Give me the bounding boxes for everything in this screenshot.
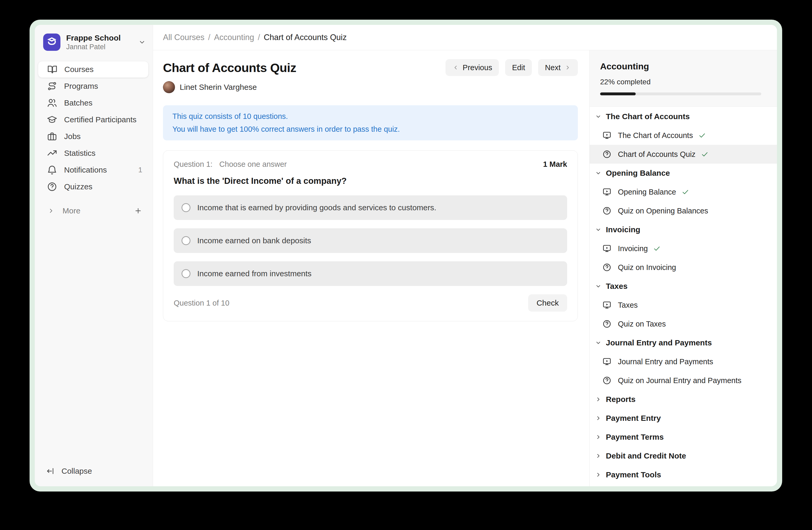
chevron-right-icon: [595, 471, 602, 478]
chapter-opening-balance[interactable]: Opening Balance: [590, 164, 777, 182]
topbar: All Courses/Accounting/Chart of Accounts…: [153, 25, 777, 50]
radio-button[interactable]: [182, 236, 190, 245]
collapse-icon: [46, 466, 55, 476]
breadcrumb-separator: /: [208, 33, 211, 42]
breadcrumb-separator: /: [258, 33, 260, 42]
lesson-title: The Chart of Accounts: [618, 131, 693, 140]
chevron-down-icon: [595, 283, 602, 290]
quiz-icon: [602, 319, 612, 329]
content-area: All Courses/Accounting/Chart of Accounts…: [153, 25, 777, 486]
sidebar-item-notifications[interactable]: Notifications 1: [38, 162, 149, 178]
help-circle-icon: [47, 181, 57, 192]
chapter-payment-tools[interactable]: Payment Tools: [590, 465, 777, 484]
previous-button[interactable]: Previous: [446, 59, 499, 76]
lesson-journal-entry-and-payments[interactable]: Journal Entry and Payments: [590, 352, 777, 371]
plus-icon[interactable]: [134, 207, 142, 215]
sidebar-item-statistics[interactable]: Statistics: [38, 145, 149, 162]
question-text: What is the 'Direct Income' of a company…: [174, 176, 567, 186]
video-lesson-icon: [602, 131, 612, 140]
sidebar-item-label: Jobs: [64, 132, 142, 141]
sidebar-item-courses[interactable]: Courses: [38, 61, 149, 78]
title-actions: Previous Edit Next: [446, 59, 578, 76]
course-header: Accounting 22% completed: [590, 50, 777, 107]
workspace-text: Frappe School Jannat Patel: [66, 33, 138, 51]
question-marks: 1 Mark: [543, 160, 567, 169]
lesson-title: Taxes: [618, 301, 638, 309]
answer-option-label: Income earned on bank deposits: [197, 236, 311, 245]
course-outline-list: The Chart of Accounts The Chart of Accou…: [590, 107, 777, 486]
workspace-switcher[interactable]: Frappe School Jannat Patel: [38, 33, 149, 51]
quiz-icon: [602, 150, 612, 159]
quiz-icon: [602, 206, 612, 215]
sidebar-item-batches[interactable]: Batches: [38, 95, 149, 111]
radio-button[interactable]: [182, 269, 190, 278]
sidebar-item-programs[interactable]: Programs: [38, 78, 149, 95]
next-label: Next: [545, 64, 561, 72]
chevron-left-icon: [452, 64, 459, 71]
answer-option[interactable]: Income that is earned by providing goods…: [174, 195, 567, 220]
question-meta: Question 1: Choose one answer 1 Mark: [174, 160, 567, 169]
lesson-opening-balance[interactable]: Opening Balance: [590, 182, 777, 201]
options-list: Income that is earned by providing goods…: [174, 195, 567, 286]
course-title: Accounting: [600, 61, 761, 71]
radio-button[interactable]: [182, 203, 190, 212]
answer-option[interactable]: Income earned on bank deposits: [174, 228, 567, 253]
chapter-payment-entry[interactable]: Payment Entry: [590, 409, 777, 428]
lesson-title: Quiz on Taxes: [618, 320, 666, 329]
sidebar-item-jobs[interactable]: Jobs: [38, 128, 149, 145]
quiz-quiz-on-opening-balances[interactable]: Quiz on Opening Balances: [590, 201, 777, 220]
completed-check-icon: [653, 245, 661, 252]
book-open-icon: [47, 64, 58, 75]
graduation-cap-icon: [47, 114, 57, 125]
completed-check-icon: [698, 131, 706, 139]
main-panel: Chart of Accounts Quiz Previous Edit Nex…: [153, 50, 589, 486]
page-title: Chart of Accounts Quiz: [163, 60, 296, 75]
quiz-quiz-on-journal-entry-and-payments[interactable]: Quiz on Journal Entry and Payments: [590, 371, 777, 390]
chevron-right-icon: [47, 207, 55, 214]
chapter-payment-terms[interactable]: Payment Terms: [590, 428, 777, 446]
chapter-invoicing[interactable]: Invoicing: [590, 220, 777, 239]
sidebar-item-label: Batches: [64, 98, 142, 107]
author-name: Linet Sherin Varghese: [180, 83, 257, 92]
chapter-taxes[interactable]: Taxes: [590, 277, 777, 296]
frappe-school-logo: [43, 33, 60, 51]
course-progress-text: 22% completed: [600, 78, 761, 86]
chevron-down-icon[interactable]: [138, 38, 146, 46]
chapter-the-chart-of-accounts[interactable]: The Chart of Accounts: [590, 107, 777, 126]
course-outline-panel: Accounting 22% completed The Chart of Ac…: [589, 50, 777, 486]
sidebar-item-more[interactable]: More: [38, 203, 149, 219]
question-progress: Question 1 of 10: [174, 299, 229, 307]
quiz-notice: This quiz consists of 10 questions. You …: [163, 105, 578, 140]
sidebar-item-certified-participants[interactable]: Certified Participants: [38, 111, 149, 128]
answer-option[interactable]: Income earned from investments: [174, 261, 567, 286]
check-button[interactable]: Check: [528, 294, 567, 311]
chapter-reports[interactable]: Reports: [590, 390, 777, 409]
chapter-title: Payment Tools: [606, 470, 661, 479]
question-number-label: Question 1:: [174, 160, 213, 169]
lesson-taxes[interactable]: Taxes: [590, 296, 777, 315]
edit-label: Edit: [512, 64, 525, 72]
app-frame: Frappe School Jannat Patel Courses Progr…: [35, 25, 777, 486]
chapter-debit-and-credit-note[interactable]: Debit and Credit Note: [590, 446, 777, 465]
chapter-title: Invoicing: [606, 225, 640, 234]
lesson-invoicing[interactable]: Invoicing: [590, 239, 777, 258]
chapter-title: Reports: [606, 395, 635, 404]
breadcrumb-item-all-courses[interactable]: All Courses: [163, 33, 205, 42]
lesson-title: Quiz on Invoicing: [618, 263, 676, 272]
sidebar-item-label: Quizzes: [64, 182, 142, 191]
quiz-quiz-on-invoicing[interactable]: Quiz on Invoicing: [590, 258, 777, 277]
chapter-journal-entry-and-payments[interactable]: Journal Entry and Payments: [590, 333, 777, 352]
next-button[interactable]: Next: [538, 59, 578, 76]
quiz-chart-of-accounts-quiz[interactable]: Chart of Accounts Quiz: [590, 145, 777, 164]
quiz-quiz-on-taxes[interactable]: Quiz on Taxes: [590, 315, 777, 333]
breadcrumb-item-accounting[interactable]: Accounting: [214, 33, 254, 42]
sidebar-item-quizzes[interactable]: Quizzes: [38, 178, 149, 195]
answer-option-label: Income earned from investments: [197, 269, 311, 278]
chapter-title: Opening Balance: [606, 169, 670, 178]
course-progress-fill: [600, 93, 636, 95]
lesson-the-chart-of-accounts[interactable]: The Chart of Accounts: [590, 126, 777, 145]
sidebar-spacer: [38, 219, 149, 463]
lesson-title: Invoicing: [618, 244, 648, 253]
edit-button[interactable]: Edit: [505, 59, 532, 76]
collapse-sidebar-button[interactable]: Collapse: [38, 463, 149, 479]
